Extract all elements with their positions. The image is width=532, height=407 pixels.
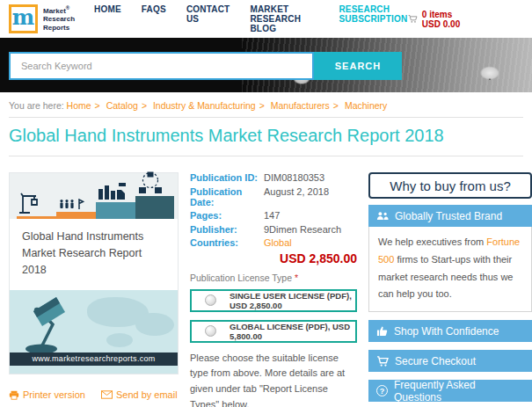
sidebar-item-globally-trusted-brand[interactable]: Globally Trusted Brand xyxy=(368,205,532,227)
users-icon xyxy=(376,211,389,221)
nav-research-subscription[interactable]: RESEARCH SUBSCRIPTION xyxy=(339,4,408,33)
nav-market-research-blog[interactable]: MARKET RESEARCH BLOG xyxy=(250,4,318,33)
license-option-global[interactable]: GLOBAL LICENSE (PDF), USD 5,800.00 xyxy=(190,320,357,343)
breadcrumb-separator: > xyxy=(259,100,265,111)
sidebar-item-label: Frequently Asked Questions xyxy=(394,379,524,403)
cart-count-text: 0 items USD 0.00 xyxy=(422,10,472,29)
breadcrumb-industry-manufacturing[interactable]: Industry & Manufacturing xyxy=(153,100,256,111)
brand-line-2: Research xyxy=(43,15,75,24)
registered-mark: ® xyxy=(66,5,69,11)
detail-row-publication-id: Publication ID: DIM08180353 xyxy=(190,172,357,183)
main-nav: HOME FAQS CONTACT US MARKET RESEARCH BLO… xyxy=(94,4,408,33)
cover-header-graphic xyxy=(10,173,178,219)
cover-title-area: Global Hand Instruments Market Research … xyxy=(10,219,178,290)
breadcrumb-separator: > xyxy=(333,100,339,111)
sidebar-item-frequently-asked-questions[interactable]: ? Frequently Asked Questions xyxy=(368,380,532,402)
cart-icon xyxy=(376,356,389,367)
brand-line-1: Market xyxy=(43,6,66,14)
detail-row-countries: Countries: Global xyxy=(190,237,357,248)
license-option-single-user[interactable]: SINGLE USER LICENSE (PDF), USD 2,850.00 xyxy=(190,289,357,312)
publication-date-value: August 2, 2018 xyxy=(264,186,329,207)
cover-step-bar xyxy=(56,212,96,219)
detail-label: Pages: xyxy=(190,210,264,221)
site-logo[interactable]: m Market® Research Reports xyxy=(9,4,75,33)
countries-global-link[interactable]: Global xyxy=(264,237,292,248)
lamp-icon xyxy=(15,290,96,352)
publication-details: Publication ID: DIM08180353 Publication … xyxy=(190,172,357,407)
report-cover-image: Global Hand Instruments Market Research … xyxy=(9,172,179,374)
sidebar-item-label: Shop With Confidence xyxy=(394,325,499,338)
breadcrumb-separator: > xyxy=(142,100,147,111)
trusted-brand-text: We help executives from Fortune 500 firm… xyxy=(368,227,532,312)
question-glyph: ? xyxy=(380,387,385,396)
required-asterisk: * xyxy=(295,273,298,283)
trusted-text-post: firms to Start-ups with their market res… xyxy=(378,254,513,300)
detail-row-pages: Pages: 147 xyxy=(190,210,357,221)
sidebar: Why to buy from us? Globally Trusted Bra… xyxy=(368,172,532,407)
radio-single-user-license[interactable] xyxy=(205,294,216,306)
detail-label: Publisher: xyxy=(190,224,264,235)
people-icon xyxy=(58,199,84,210)
send-by-email-link[interactable]: Send by email xyxy=(101,389,178,400)
license-type-heading: Publication License Type * xyxy=(190,273,357,283)
logo-mark: m xyxy=(9,4,38,33)
cover-step-bar xyxy=(17,216,56,219)
breadcrumb-catalog[interactable]: Catalog xyxy=(106,100,138,111)
radio-global-license[interactable] xyxy=(205,325,216,337)
main-content: Global Hand Instruments Market Research … xyxy=(0,156,532,407)
site-header: m Market® Research Reports HOME FAQS CON… xyxy=(0,0,532,38)
logo-letter: m xyxy=(12,7,34,28)
question-icon: ? xyxy=(376,385,388,396)
search-bar: SEARCH xyxy=(9,52,402,80)
send-by-email-label: Send by email xyxy=(116,389,178,400)
trusted-text-pre: We help executives from xyxy=(378,236,486,247)
detail-label: Publication Date: xyxy=(190,186,264,207)
search-input[interactable] xyxy=(9,52,314,80)
detail-row-publication-date: Publication Date: August 2, 2018 xyxy=(190,186,357,207)
sidebar-item-label: Secure Checkout xyxy=(395,355,476,367)
logo-wordmark: Market® Research Reports xyxy=(43,5,75,33)
publication-id-value: DIM08180353 xyxy=(264,172,324,183)
title-section: Global Hand Instruments Market Research … xyxy=(9,117,523,156)
breadcrumb-manufacturers[interactable]: Manufacturers xyxy=(271,100,330,111)
cover-report-title: Global Hand Instruments Market Research … xyxy=(22,229,165,278)
license-heading-text: Publication License Type xyxy=(190,273,295,283)
cover-website-bar: www.marketresearchreports.com xyxy=(10,352,178,366)
detail-row-publisher: Publisher: 9Dimen Research xyxy=(190,224,357,235)
search-button[interactable]: SEARCH xyxy=(314,52,402,80)
cart-summary[interactable]: 0 items USD 0.00 xyxy=(408,10,472,29)
sidebar-item-shop-with-confidence[interactable]: Shop With Confidence xyxy=(368,320,532,342)
world-map xyxy=(135,313,174,336)
license-note: Please choose the suitable license type … xyxy=(190,351,357,407)
cover-step-bar xyxy=(135,196,174,219)
breadcrumb: You are here: Home> Catalog> Industry & … xyxy=(0,92,532,117)
license-option-label: GLOBAL LICENSE (PDF), USD 5,800.00 xyxy=(230,322,355,341)
sidebar-item-secure-checkout[interactable]: Secure Checkout xyxy=(368,350,532,372)
cover-bottom-strip xyxy=(10,366,178,374)
nav-home[interactable]: HOME xyxy=(94,4,121,33)
breadcrumb-prefix: You are here: xyxy=(9,100,64,111)
email-icon xyxy=(101,390,113,399)
breadcrumb-home[interactable]: Home xyxy=(67,100,91,111)
detail-label: Publication ID: xyxy=(190,172,264,183)
printer-version-link[interactable]: Printer version xyxy=(9,389,85,400)
cover-illustration xyxy=(10,290,178,352)
sidebar-item-label: Globally Trusted Brand xyxy=(395,210,502,222)
thumbs-up-icon xyxy=(376,325,388,337)
nav-contact-us[interactable]: CONTACT US xyxy=(186,4,230,33)
nav-faqs[interactable]: FAQS xyxy=(142,4,166,33)
page-title: Global Hand Instruments Market Research … xyxy=(9,126,523,146)
crane-icon xyxy=(18,193,42,214)
printer-icon xyxy=(9,390,19,400)
publisher-value: 9Dimen Research xyxy=(264,224,341,235)
breadcrumb-machinery[interactable]: Machinery xyxy=(345,100,387,111)
pages-value: 147 xyxy=(264,210,280,221)
left-column: Global Hand Instruments Market Research … xyxy=(9,172,179,400)
page-actions: Printer version Send by email xyxy=(9,389,179,400)
detail-label: Countries: xyxy=(190,237,264,248)
cover-step-bar xyxy=(96,202,135,219)
world-map xyxy=(106,333,133,347)
machinery-icon xyxy=(98,182,127,200)
printer-version-label: Printer version xyxy=(23,389,85,400)
breadcrumb-separator: > xyxy=(95,100,100,111)
